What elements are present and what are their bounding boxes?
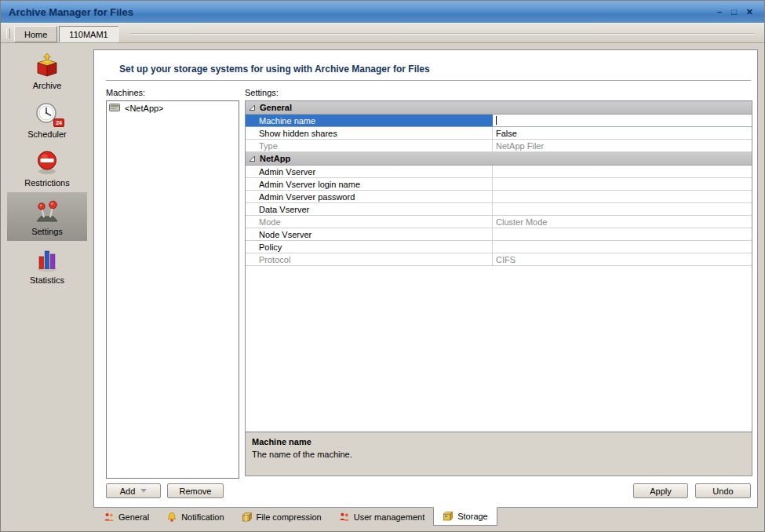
tab-label: 110MAM1 (69, 30, 107, 39)
page-title: Set up your storage systems for using wi… (119, 64, 430, 75)
top-tab-bar: Home110MAM1 (1, 23, 764, 43)
machine-list-item[interactable]: <NetApp> (107, 101, 239, 115)
bottom-tab-label: General (118, 512, 149, 522)
property-value[interactable]: CIFS (493, 253, 752, 265)
property-name[interactable]: Policy (246, 241, 493, 253)
property-name[interactable]: Show hidden shares (246, 127, 493, 139)
statistics-icon (34, 246, 60, 273)
group-label: NetApp (260, 154, 290, 163)
settings-icon (34, 198, 60, 224)
bottom-tab-label: Notification (181, 512, 224, 522)
property-name[interactable]: Admin Vserver (246, 166, 493, 177)
property-row-protocol: ProtocolCIFS (246, 253, 752, 266)
machines-list[interactable]: <NetApp> (106, 100, 239, 479)
general-icon (104, 512, 115, 523)
sidebar-item-statistics[interactable]: Statistics (7, 241, 87, 290)
window-controls: – □ ✕ (717, 8, 756, 16)
property-name[interactable]: Protocol (246, 253, 493, 265)
titlebar: Archive Manager for Files – □ ✕ (1, 1, 764, 23)
storage-icon (443, 511, 454, 522)
heading-divider (106, 80, 751, 81)
property-name[interactable]: Admin Vserver login name (246, 178, 493, 190)
undo-button[interactable]: Undo (695, 483, 751, 498)
property-value[interactable]: NetApp Filer (493, 140, 752, 151)
tab-110mam1[interactable]: 110MAM1 (59, 26, 118, 42)
property-name[interactable]: Type (246, 140, 493, 151)
top-tabs: Home110MAM1 (14, 26, 118, 42)
property-value[interactable]: Cluster Mode (493, 216, 752, 228)
property-row-node-vserver: Node Vserver (246, 228, 752, 241)
bottom-tab-user-management[interactable]: User management (330, 508, 434, 526)
property-value[interactable] (493, 228, 752, 240)
bottom-tab-label: Storage (457, 512, 488, 521)
toolbar-grip-icon (6, 28, 10, 38)
property-row-admin-vserver: Admin Vserver (246, 166, 752, 178)
apply-button-label: Apply (650, 486, 672, 496)
property-name[interactable]: Node Vserver (246, 228, 493, 240)
restrictions-icon (34, 149, 60, 176)
description-panel: Machine name The name of the machine. (246, 432, 752, 476)
machines-label: Machines: (106, 88, 145, 97)
property-row-mode: ModeCluster Mode (246, 216, 752, 228)
sidebar-item-restrictions[interactable]: Restrictions (7, 144, 87, 192)
property-value[interactable] (493, 166, 752, 177)
app-window: Archive Manager for Files – □ ✕ Home110M… (0, 0, 765, 532)
add-button-label: Add (120, 486, 136, 496)
property-value[interactable]: False (493, 127, 752, 139)
property-value[interactable] (493, 115, 752, 126)
group-header-netapp[interactable]: NetApp (246, 152, 752, 166)
bottom-tab-label: File compression (257, 512, 322, 522)
group-expander-icon (249, 104, 256, 111)
bottom-tab-storage[interactable]: Storage (433, 507, 497, 526)
sidebar-item-archive[interactable]: Archive (7, 46, 87, 95)
property-value-text: CIFS (496, 255, 515, 264)
window-title: Archive Manager for Files (9, 6, 133, 18)
group-header-general[interactable]: General (246, 101, 752, 115)
bottom-tab-general[interactable]: General (95, 508, 158, 526)
add-dropdown-arrow-icon (140, 489, 147, 493)
group-expander-icon (249, 155, 256, 162)
sidebar-item-label: Restrictions (24, 178, 69, 188)
property-name[interactable]: Machine name (246, 115, 493, 126)
file-compression-icon (242, 512, 253, 523)
property-value[interactable] (493, 203, 752, 215)
property-row-show-hidden-shares: Show hidden sharesFalse (246, 127, 752, 140)
bottom-tab-file-compression[interactable]: File compression (233, 508, 330, 526)
property-value[interactable] (493, 178, 752, 190)
sidebar-item-label: Statistics (30, 275, 64, 285)
sidebar-item-settings[interactable]: Settings (7, 192, 87, 241)
property-row-policy: Policy (246, 241, 752, 253)
apply-button[interactable]: Apply (633, 483, 688, 498)
minimize-button[interactable]: – (717, 8, 722, 16)
property-row-type: TypeNetApp Filer (246, 140, 752, 152)
close-button[interactable]: ✕ (746, 8, 753, 16)
property-row-admin-vserver-login-name: Admin Vserver login name (246, 178, 752, 191)
property-grid: GeneralMachine nameShow hidden sharesFal… (246, 101, 752, 432)
undo-button-label: Undo (712, 486, 733, 496)
property-row-machine-name: Machine name (246, 115, 752, 127)
bottom-tab-bar: GeneralNotificationFile compressionUser … (95, 508, 497, 526)
sidebar: Archive24SchedulerRestrictionsSettingsSt… (7, 46, 87, 525)
property-value[interactable] (493, 191, 752, 202)
maximize-button[interactable]: □ (731, 8, 737, 16)
add-button[interactable]: Add (106, 483, 161, 498)
bottom-tab-notification[interactable]: Notification (158, 508, 232, 526)
main-panel: Set up your storage systems for using wi… (93, 49, 758, 508)
remove-button[interactable]: Remove (167, 483, 224, 498)
remove-button-label: Remove (180, 486, 212, 496)
notification-icon (166, 512, 177, 523)
property-value[interactable] (493, 241, 752, 253)
scheduler-badge: 24 (53, 118, 64, 127)
tab-label: Home (24, 30, 47, 39)
property-name[interactable]: Admin Vserver password (246, 191, 493, 202)
sidebar-item-scheduler[interactable]: 24Scheduler (7, 95, 87, 144)
property-name[interactable]: Mode (246, 216, 493, 228)
scheduler-icon: 24 (34, 100, 60, 127)
user-management-icon (339, 512, 350, 523)
property-value-text: False (496, 129, 517, 138)
tab-home[interactable]: Home (14, 26, 57, 42)
bottom-tab-label: User management (354, 512, 425, 522)
machine-label: <NetApp> (125, 104, 164, 113)
property-name[interactable]: Data Vserver (246, 203, 493, 215)
sidebar-item-label: Archive (33, 81, 62, 90)
